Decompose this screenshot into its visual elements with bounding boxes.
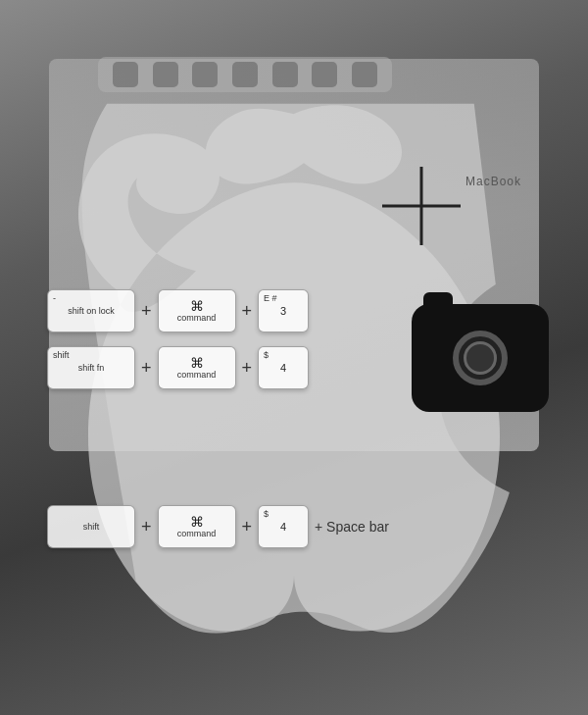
key-3-main: 3 xyxy=(280,305,286,317)
dock-icon-2 xyxy=(153,62,178,87)
dock-icon-3 xyxy=(192,62,218,87)
key-4-main: 4 xyxy=(280,362,286,374)
key-dollar4-bottom: $ 4 xyxy=(258,505,309,548)
plus-3: + xyxy=(141,358,152,379)
shortcut-row-3: shift + ⌘ command + $ 4 + Space bar xyxy=(47,505,527,548)
key-e-hash-label: E # xyxy=(264,293,277,303)
dock-bar xyxy=(98,57,392,92)
camera-bump xyxy=(423,292,453,306)
key-shift-top: shift xyxy=(53,350,70,360)
key-dollar-bottom: $ xyxy=(264,509,269,519)
key-shift-fn-label: shift fn xyxy=(78,363,105,373)
cmd-symbol-1: ⌘ xyxy=(190,299,204,313)
shortcut-row-1: - shift on lock + ⌘ command + E # 3 xyxy=(47,289,419,332)
plus-2: + xyxy=(242,301,253,322)
dock-icon-6 xyxy=(312,62,337,87)
key-shift-bottom-label: shift xyxy=(83,522,100,532)
crosshair-icon xyxy=(382,167,461,245)
plus-6: + xyxy=(242,517,253,537)
key-e3: E # 3 xyxy=(258,289,309,332)
macbook-label: MacBook xyxy=(466,175,521,188)
key-shift-lock: - shift on lock xyxy=(47,289,135,332)
dock-icon-4 xyxy=(232,62,258,87)
shortcuts-area: - shift on lock + ⌘ command + E # 3 shif… xyxy=(47,289,419,403)
dock-icon-1 xyxy=(113,62,138,87)
cmd-label-1: command xyxy=(177,313,217,323)
spacebar-label: + Space bar xyxy=(315,519,389,535)
key-4-bottom: 4 xyxy=(280,521,286,533)
key-shift-lock-label: shift on lock xyxy=(68,306,115,316)
key-command-2: ⌘ command xyxy=(158,346,236,389)
key-command-3: ⌘ command xyxy=(158,505,236,548)
cmd-label-3: command xyxy=(177,529,217,538)
cmd-symbol-3: ⌘ xyxy=(190,515,204,529)
plus-1: + xyxy=(141,301,152,322)
cmd-symbol-2: ⌘ xyxy=(190,356,204,370)
shortcut-row-2: shift shift fn + ⌘ command + $ 4 xyxy=(47,346,419,389)
key-command-1: ⌘ command xyxy=(158,289,236,332)
plus-4: + xyxy=(242,358,253,379)
key-dash-label: - xyxy=(53,293,56,303)
key-shift-fn: shift shift fn xyxy=(47,346,135,389)
cmd-label-2: command xyxy=(177,370,217,380)
dock-icon-7 xyxy=(352,62,377,87)
dock-icon-5 xyxy=(272,62,298,87)
key-dollar4: $ 4 xyxy=(258,346,309,389)
key-dollar-label: $ xyxy=(264,350,269,360)
plus-5: + xyxy=(141,517,152,537)
camera-icon xyxy=(412,304,549,412)
key-shift-bottom: shift xyxy=(47,505,135,548)
camera-lens xyxy=(453,331,508,385)
